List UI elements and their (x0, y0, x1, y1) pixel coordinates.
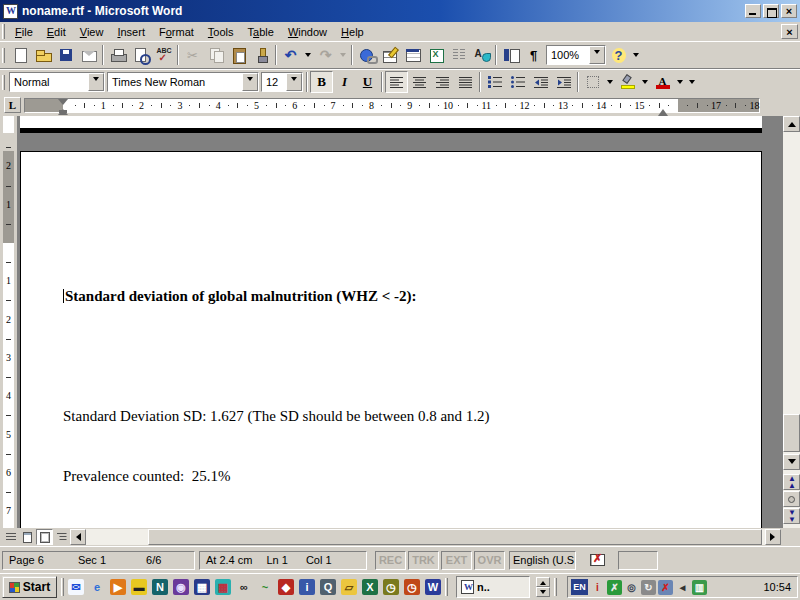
horizontal-scroll-thumb[interactable] (148, 529, 762, 545)
magnifier-app-icon[interactable]: Q (320, 579, 336, 595)
status-trk[interactable]: TRK (408, 551, 439, 570)
info-app-icon[interactable]: i (299, 579, 315, 595)
insert-table-button[interactable] (401, 44, 424, 66)
vertical-scroll-thumb[interactable] (783, 414, 800, 452)
insert-hyperlink-button[interactable] (355, 44, 378, 66)
status-ext[interactable]: EXT (441, 551, 472, 570)
redo-dropdown[interactable] (337, 44, 349, 66)
document-close-icon[interactable]: × (781, 24, 798, 39)
help-button[interactable]: ? (607, 44, 630, 66)
highlight-dropdown[interactable] (639, 71, 651, 93)
document-page[interactable]: Standard deviation of global malnutritio… (20, 151, 762, 528)
save-button[interactable] (54, 44, 77, 66)
vertical-scrollbar[interactable]: ▲▲ ▼▼ (783, 116, 800, 528)
netscape-icon[interactable]: N (152, 579, 168, 595)
open-button[interactable] (31, 44, 54, 66)
tray-sync-icon[interactable]: ↻ (641, 580, 656, 595)
align-left-button[interactable] (385, 71, 408, 93)
word-icon[interactable]: W (425, 579, 441, 595)
menu-insert[interactable]: Insert (110, 24, 152, 40)
columns-button[interactable] (447, 44, 470, 66)
bold-button[interactable]: B (310, 71, 333, 93)
web-layout-view-button[interactable] (19, 529, 36, 545)
zoom-combo[interactable]: 100% (546, 45, 606, 65)
close-button[interactable]: × (781, 4, 797, 18)
format-painter-button[interactable] (250, 44, 273, 66)
left-indent-marker[interactable] (59, 110, 67, 113)
tray-cd-icon[interactable]: ◎ (624, 580, 639, 595)
normal-view-button[interactable] (2, 529, 19, 545)
italic-button[interactable]: I (333, 71, 356, 93)
red-app-icon[interactable]: ◆ (278, 579, 294, 595)
document-map-button[interactable] (499, 44, 522, 66)
status-ovr[interactable]: OVR (474, 551, 505, 570)
menu-tools[interactable]: Tools (201, 24, 241, 40)
font-size-combo[interactable]: 12 (261, 72, 303, 92)
cut-button[interactable]: ✂ (181, 44, 204, 66)
language-indicator[interactable]: EN (571, 579, 588, 595)
menu-format[interactable]: Format (152, 24, 201, 40)
show-hide-button[interactable]: ¶ (522, 44, 545, 66)
folder-icon[interactable]: ▱ (341, 579, 357, 595)
menu-edit[interactable]: Edit (40, 24, 73, 40)
tray-card-icon[interactable]: ▥ (692, 580, 707, 595)
decrease-indent-button[interactable] (529, 71, 552, 93)
menu-table[interactable]: Table (241, 24, 281, 40)
print-layout-view-button[interactable] (36, 529, 53, 545)
highlight-button[interactable] (616, 71, 639, 93)
menu-view[interactable]: View (73, 24, 111, 40)
clock-red-icon[interactable]: ◷ (404, 579, 420, 595)
justify-button[interactable] (454, 71, 477, 93)
right-indent-marker[interactable] (658, 104, 668, 116)
font-color-dropdown[interactable] (674, 71, 686, 93)
mail-button[interactable] (77, 44, 100, 66)
drawing-button[interactable] (470, 44, 493, 66)
taskbar-divider[interactable] (61, 578, 64, 596)
scroll-right-button[interactable] (765, 529, 781, 545)
outline-view-button[interactable] (53, 529, 70, 545)
redo-button[interactable]: ↷ (314, 44, 337, 66)
standard-toolbar-grip[interactable] (2, 48, 5, 63)
zoom-dropdown[interactable] (589, 46, 605, 64)
numbering-button[interactable] (483, 71, 506, 93)
select-browse-object-button[interactable] (783, 491, 800, 507)
excel-icon[interactable]: X (362, 579, 378, 595)
previous-page-button[interactable]: ▲▲ (783, 474, 800, 490)
menubar-grip[interactable] (2, 24, 5, 39)
scroll-up-button[interactable] (783, 116, 800, 132)
toolbar-options-button[interactable] (630, 44, 642, 66)
restore-button[interactable] (763, 4, 779, 18)
tab-selector-button[interactable]: L (4, 97, 21, 113)
outlook-express-icon[interactable]: ✉ (68, 579, 84, 595)
media-player-icon[interactable]: ▶ (110, 579, 126, 595)
status-rec[interactable]: REC (375, 551, 406, 570)
spelling-button[interactable] (152, 44, 175, 66)
scroll-left-button[interactable] (70, 529, 86, 545)
horizontal-ruler[interactable]: 1234567891011121314151718 (24, 98, 760, 113)
tables-borders-button[interactable] (378, 44, 401, 66)
scroll-up-small-button[interactable] (536, 577, 550, 587)
borders-button[interactable] (581, 71, 604, 93)
copy-button[interactable] (204, 44, 227, 66)
insert-excel-button[interactable] (424, 44, 447, 66)
menu-window[interactable]: Window (281, 24, 334, 40)
paste-button[interactable] (227, 44, 250, 66)
new-document-button[interactable] (8, 44, 31, 66)
taskbar-divider[interactable] (554, 578, 557, 596)
font-combo[interactable]: Times New Roman (107, 72, 259, 92)
scroll-down-button[interactable] (783, 454, 800, 470)
font-size-dropdown[interactable] (286, 73, 302, 91)
undo-button[interactable]: ↶ (279, 44, 302, 66)
task-button-word[interactable]: W n.. (456, 576, 530, 598)
increase-indent-button[interactable] (552, 71, 575, 93)
vertical-ruler[interactable]: 211234567 (0, 116, 17, 528)
document-viewport[interactable]: Standard deviation of global malnutritio… (17, 116, 783, 528)
car-app-icon[interactable]: ▬ (131, 579, 147, 595)
align-center-button[interactable] (408, 71, 431, 93)
minimize-button[interactable] (745, 4, 761, 18)
undo-dropdown[interactable] (302, 44, 314, 66)
confetti-app-icon[interactable]: ▦ (215, 579, 231, 595)
font-dropdown[interactable] (242, 73, 258, 91)
menu-file[interactable]: File (8, 24, 40, 40)
font-color-button[interactable]: A (651, 71, 674, 93)
